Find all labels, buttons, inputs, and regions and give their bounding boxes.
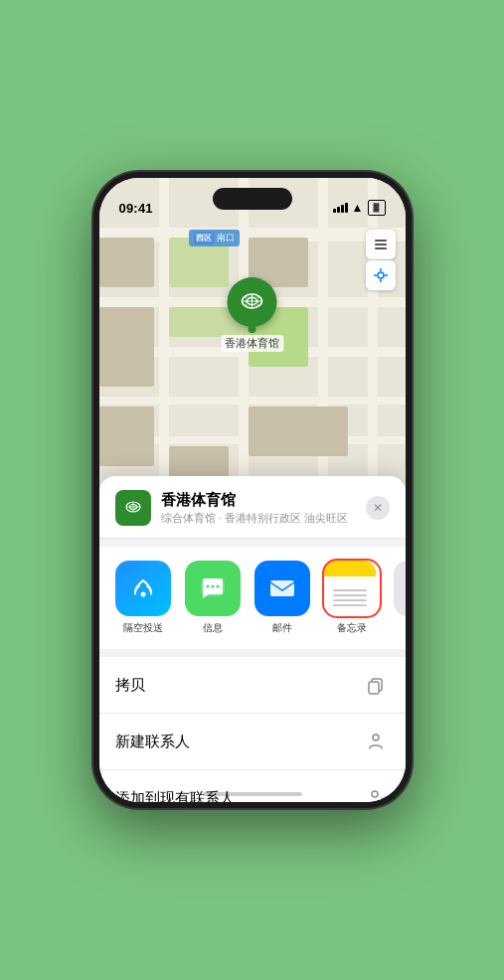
mail-icon (254, 561, 310, 616)
location-info: 香港体育馆 综合体育馆 · 香港特别行政区 油尖旺区 (161, 491, 356, 526)
more-icon (394, 561, 406, 616)
svg-point-28 (373, 735, 379, 740)
action-copy[interactable]: 拷贝 (99, 657, 406, 714)
svg-point-23 (211, 585, 214, 588)
share-item-mail[interactable]: 邮件 (254, 561, 310, 635)
home-indicator (203, 792, 302, 796)
action-list: 拷贝 新建联系人 (99, 657, 406, 802)
svg-rect-0 (375, 240, 387, 242)
location-header: 香港体育馆 综合体育馆 · 香港特别行政区 油尖旺区 ✕ (99, 476, 406, 539)
location-subtitle: 综合体育馆 · 香港特别行政区 油尖旺区 (161, 511, 356, 526)
action-new-contact-label: 新建联系人 (115, 733, 190, 751)
message-icon (185, 561, 241, 616)
close-button[interactable]: ✕ (366, 496, 390, 520)
phone-screen: 09:41 ▲ ▓ (99, 178, 406, 802)
svg-point-22 (206, 585, 209, 588)
stadium-pin-icon (228, 277, 277, 327)
bottom-sheet: 香港体育馆 综合体育馆 · 香港特别行政区 油尖旺区 ✕ (99, 476, 406, 802)
map-location-button[interactable] (366, 260, 396, 290)
person-icon (362, 728, 390, 755)
location-venue-icon (115, 490, 151, 526)
map-label-chip: 西区 南口 (189, 230, 240, 246)
svg-point-3 (378, 272, 384, 278)
notes-icon (324, 561, 376, 612)
notes-label: 备忘录 (337, 621, 367, 635)
person-plus-icon (362, 784, 390, 802)
airdrop-icon (115, 561, 171, 616)
action-copy-label: 拷贝 (115, 676, 145, 695)
map-pin: 香港体育馆 (221, 277, 283, 352)
airdrop-label: 隔空投送 (123, 621, 163, 635)
status-time: 09:41 (119, 201, 153, 216)
copy-icon (362, 671, 390, 699)
svg-rect-2 (375, 247, 387, 249)
notes-icon-container (324, 561, 380, 616)
phone-frame: 09:41 ▲ ▓ (93, 172, 412, 808)
map-area[interactable]: 西区 南口 (99, 178, 406, 496)
stadium-label: 香港体育馆 (221, 335, 283, 352)
location-name: 香港体育馆 (161, 491, 356, 510)
map-controls (366, 230, 396, 290)
svg-rect-25 (270, 580, 294, 596)
wifi-icon: ▲ (352, 201, 364, 215)
action-new-contact[interactable]: 新建联系人 (99, 714, 406, 770)
message-label: 信息 (203, 621, 223, 635)
svg-point-24 (216, 585, 219, 588)
notes-lines (333, 589, 367, 606)
map-layers-button[interactable] (366, 230, 396, 259)
signal-icon (333, 203, 348, 213)
status-icons: ▲ ▓ (333, 200, 386, 216)
svg-point-29 (372, 791, 378, 797)
action-add-existing[interactable]: 添加到现有联系人 (99, 770, 406, 802)
battery-icon: ▓ (368, 200, 386, 216)
share-row: 隔空投送 信息 (99, 547, 406, 649)
share-item-airdrop[interactable]: 隔空投送 (115, 561, 171, 635)
share-item-more[interactable]: 提 (394, 561, 406, 635)
mail-label: 邮件 (272, 621, 292, 635)
svg-rect-27 (369, 682, 379, 694)
svg-point-20 (140, 592, 145, 597)
share-item-message[interactable]: 信息 (185, 561, 241, 635)
dynamic-island (213, 188, 292, 210)
svg-rect-1 (375, 244, 387, 245)
share-item-notes[interactable]: 备忘录 (324, 561, 380, 635)
